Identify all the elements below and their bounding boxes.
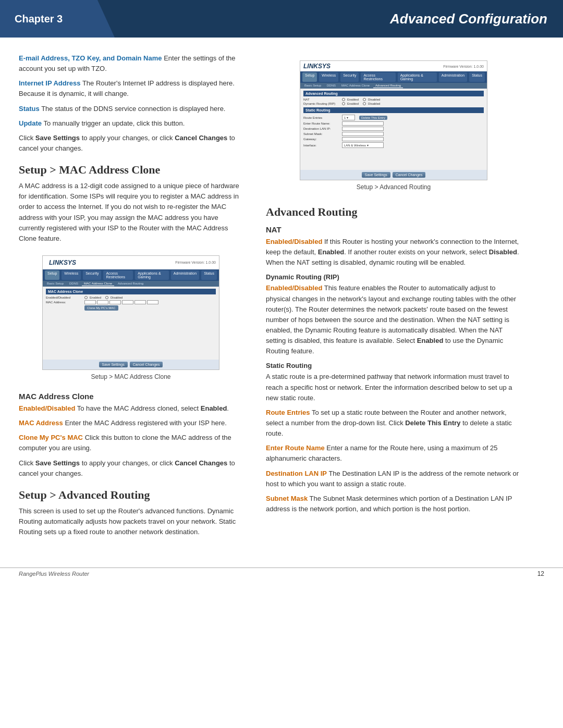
ls2-delete-btn: Delete This Entry xyxy=(359,116,387,120)
ls2-nav-bar: Setup Wireless Security Access Restricti… xyxy=(300,71,487,83)
ls2-gateway-row: Gateway: xyxy=(303,137,484,141)
ls-nav-wireless: Wireless xyxy=(62,270,81,280)
ls-mac-field-4 xyxy=(122,300,133,304)
ls2-firmware: Firmware Version: 1.0.00 xyxy=(443,65,484,68)
ls-subtab-ddns: DDNS xyxy=(67,281,80,286)
ls-content-area: MAC Address Clone Enabled/Disabled Enabl… xyxy=(43,287,219,360)
ls2-dyn-enabled xyxy=(342,102,345,105)
ls2-interface-row: Interface: LAN & Wireless ▾ xyxy=(303,142,484,148)
destination-lan-para: Destination LAN IP The Destination LAN I… xyxy=(266,468,521,489)
linksys-ui-2: LINKSYS Firmware Version: 1.0.00 Setup W… xyxy=(300,61,487,180)
advanced-routing-section-heading: Setup > Advanced Routing xyxy=(19,488,243,502)
ls-nav-apps: Applications & Gaming xyxy=(135,270,168,280)
ls2-dyn-disabled xyxy=(363,102,366,105)
footer-page-number: 12 xyxy=(537,570,544,577)
ls2-logobar: LINKSYS Firmware Version: 1.0.00 xyxy=(300,61,487,71)
ls2-nav-admin: Administration xyxy=(439,72,467,82)
mac-save-settings-label: Save Settings xyxy=(35,459,80,467)
ls-enabled-label: Enabled/Disabled xyxy=(46,296,82,299)
cancel-changes-label: Cancel Changes xyxy=(175,134,227,142)
ls2-nav-wireless: Wireless xyxy=(319,72,338,82)
status-para: Status The status of the DDNS service co… xyxy=(19,104,243,114)
ls-subtab-adv: Advanced Routing xyxy=(116,281,145,286)
screenshot2-caption: Setup > Advanced Routing xyxy=(357,183,431,191)
ls2-static-title: Static Routing xyxy=(303,107,484,113)
ls-mac-label: MAC Address: xyxy=(46,301,82,304)
internet-ip-para: Internet IP Address The Router's Interne… xyxy=(19,78,243,99)
dynamic-heading: Dynamic Routing (RIP) xyxy=(266,273,521,281)
ls-subtab-bar: Basic Setup DDNS MAC Address Clone Advan… xyxy=(43,281,219,287)
ls2-subtab-ddns: DDNS xyxy=(325,83,338,88)
mac-enabled-term: Enabled/Disabled xyxy=(19,404,75,412)
ls2-destip-field xyxy=(342,127,384,131)
update-para: Update To manually trigger an update, cl… xyxy=(19,118,243,129)
dynamic-term: Enabled/Disabled xyxy=(266,284,322,292)
screenshot2-image: LINKSYS Firmware Version: 1.0.00 Setup W… xyxy=(300,60,487,180)
mac-enabled-bold: Enabled xyxy=(201,404,227,412)
ls-cancel-btn: Cancel Changes xyxy=(130,362,163,367)
ls2-save-btn: Save Settings xyxy=(362,172,390,178)
ls-nav-status: Status xyxy=(201,270,217,280)
destination-lan-term: Destination LAN IP xyxy=(266,470,327,477)
ls-subtab-mac: MAC Address Clone xyxy=(82,281,114,286)
save-mid: to apply your changes, or click xyxy=(80,134,175,142)
mac-address-term: MAC Address xyxy=(19,419,63,427)
delete-entry-label: Delete This Entry xyxy=(405,419,460,427)
save-settings-label: Save Settings xyxy=(35,134,80,142)
ls-disabled-text: Disabled xyxy=(111,296,123,299)
ls-nav-security: Security xyxy=(83,270,101,280)
ls-mac-field-2 xyxy=(97,300,108,304)
ls2-nat-label: NAT xyxy=(303,98,340,101)
ls2-gateway-label: Gateway: xyxy=(303,138,340,141)
update-term: Update xyxy=(19,119,42,127)
ls-subtab-basic: Basic Setup xyxy=(45,281,66,286)
ls-mac-title: MAC Address Clone xyxy=(46,289,216,294)
nat-enabled-label: Enabled xyxy=(318,248,345,256)
mac-section-heading: Setup > MAC Address Clone xyxy=(19,163,243,177)
ls2-disabled-text: Disabled xyxy=(368,98,380,101)
enter-route-name-para: Enter Route Name Enter a name for the Ro… xyxy=(266,443,521,464)
ls2-cancel-btn: Cancel Changes xyxy=(393,172,426,178)
ls2-subtab-mac: MAC Address Clone xyxy=(339,83,372,88)
ls2-enabled-text: Enabled xyxy=(347,98,359,101)
mac-enabled-para: Enabled/Disabled To have the MAC Address… xyxy=(19,403,243,414)
nat-disabled-label: Disabled xyxy=(489,248,517,256)
ls-save-btn: Save Settings xyxy=(99,362,128,367)
dynamic-desc: This feature enables the Router to autom… xyxy=(266,284,516,344)
nat-heading: NAT xyxy=(266,225,521,234)
update-desc: To manually trigger an update, click thi… xyxy=(43,119,185,127)
ls-nav-admin: Administration xyxy=(171,270,199,280)
subnet-mask-para: Subnet Mask The Subnet Mask determines w… xyxy=(266,493,521,514)
ls2-destip-row: Destination LAN IP: xyxy=(303,127,484,131)
ls2-routename-field xyxy=(342,121,384,126)
ls2-subnet-label: Subnet Mask: xyxy=(303,132,340,135)
linksys-ui-1: LINKSYS Firmware Version: 1.0.00 Setup W… xyxy=(43,256,219,369)
ls-nav-access: Access Restrictions xyxy=(103,270,133,280)
screenshot2-container: LINKSYS Firmware Version: 1.0.00 Setup W… xyxy=(266,53,521,196)
ls2-nav-setup: Setup xyxy=(302,72,317,82)
chapter-label: Chapter 3 xyxy=(0,0,115,38)
mac-save-mid: to apply your changes, or click xyxy=(80,459,175,467)
ls2-subnet-row: Subnet Mask: xyxy=(303,132,484,136)
clone-mac-para: Clone My PC's MAC Click this button to c… xyxy=(19,433,243,453)
subnet-mask-term: Subnet Mask xyxy=(266,495,308,502)
ls-mac-field-3 xyxy=(109,300,121,304)
ls-mac-field-1 xyxy=(84,300,96,304)
footer-left: RangePlus Wireless Router xyxy=(19,571,89,577)
ls2-nat-row: NAT Enabled Disabled xyxy=(303,98,484,101)
ls2-subtab-bar: Basic Setup DDNS MAC Address Clone Advan… xyxy=(300,83,487,89)
ls2-routename-label: Enter Route Name: xyxy=(303,122,340,125)
mac-intro-para: A MAC address is a 12-digit code assigne… xyxy=(19,181,243,244)
save-cancel-para: Click Save Settings to apply your change… xyxy=(19,133,243,154)
ls2-nav-status: Status xyxy=(469,72,485,82)
ls-logo: LINKSYS xyxy=(46,257,79,268)
page-footer: RangePlus Wireless Router 12 xyxy=(0,567,563,579)
page-header: Chapter 3 Advanced Configuration xyxy=(0,0,563,38)
email-term: E-mail Address, TZO Key, and Domain Name xyxy=(19,54,162,62)
ls2-interface-dropdown: LAN & Wireless ▾ xyxy=(342,142,384,148)
ls-radio-disabled xyxy=(105,296,108,299)
ls2-subtab-adv: Advanced Routing xyxy=(373,83,403,88)
mac-clone-subheading: MAC Address Clone xyxy=(19,392,243,401)
screenshot1-caption: Setup > MAC Address Clone xyxy=(91,373,170,380)
mac-cancel-label: Cancel Changes xyxy=(175,459,227,467)
